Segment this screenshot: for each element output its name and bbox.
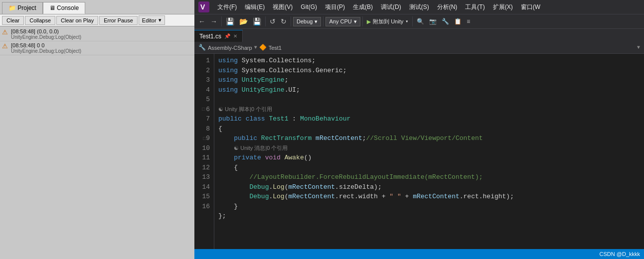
- entry-line1-1: [08:58:48] (0.0, 0.0): [11, 28, 81, 34]
- breadcrumb-arrow: ▼: [254, 45, 257, 50]
- vs-ide: V 文件(F) 编辑(E) 视图(V) Git(G) 项目(P) 生成(B) 调…: [194, 0, 644, 259]
- platform-dropdown[interactable]: Any CPU ▾: [325, 17, 360, 26]
- entry-line2-1: UnityEngine.Debug:Log(Object): [11, 34, 81, 40]
- entry-line2-2: UnityEngine.Debug:Log(Object): [11, 48, 81, 54]
- error-pause-button[interactable]: Error Pause: [99, 16, 138, 25]
- platform-label: Any CPU: [329, 18, 351, 24]
- undo-button[interactable]: ↺: [268, 16, 278, 26]
- menu-edit[interactable]: 编辑(E): [241, 2, 269, 12]
- toolbar-separator-4: [323, 16, 323, 26]
- vs-statusbar: CSDN @D_kkkk: [194, 249, 644, 259]
- test1-cs-tab[interactable]: Test1.cs 📌 ✕: [194, 30, 243, 42]
- clear-button[interactable]: Clear: [2, 16, 24, 25]
- project-tab[interactable]: 📁 Project: [2, 2, 43, 14]
- save-button[interactable]: 💾: [251, 16, 263, 26]
- console-output: ⚠ [08:58:48] (0.0, 0.0) UnityEngine.Debu…: [0, 26, 194, 259]
- menu-project[interactable]: 项目(P): [321, 2, 349, 12]
- assembly-icon: 🔧: [198, 44, 206, 51]
- line-numbers: 1 2 3 4 5 □6 7 8 □9 10 11 12 13 14 15 16: [194, 54, 214, 249]
- editor-dropdown[interactable]: Editor ▾: [139, 15, 165, 25]
- collapse-button[interactable]: Collapse: [25, 16, 55, 25]
- toolbar-separator-1: [221, 16, 222, 26]
- menu-git[interactable]: Git(G): [297, 2, 321, 11]
- vs-logo-icon: V: [198, 1, 209, 12]
- breadcrumb-class[interactable]: Test1: [269, 45, 282, 51]
- tab-close-icon[interactable]: ✕: [233, 33, 237, 39]
- open-file-button[interactable]: 📂: [237, 16, 250, 26]
- menu-test[interactable]: 测试(S): [405, 2, 433, 12]
- menu-view[interactable]: 视图(V): [269, 2, 297, 12]
- entry-text-1: [08:58:48] (0.0, 0.0) UnityEngine.Debug:…: [11, 28, 81, 40]
- left-tab-bar: 📁 Project 🖥 Console: [0, 0, 194, 14]
- statusbar-text: CSDN @D_kkkk: [600, 251, 640, 257]
- warn-icon-2: ⚠: [2, 42, 9, 50]
- play-label: 附加到 Unity: [373, 18, 403, 25]
- vs-menubar: V 文件(F) 编辑(E) 视图(V) Git(G) 项目(P) 生成(B) 调…: [194, 0, 644, 14]
- play-button[interactable]: ▶ 附加到 Unity ▾: [365, 16, 411, 27]
- project-tab-icon: 📁: [8, 4, 16, 11]
- console-toolbar: Clear Collapse Clear on Play Error Pause…: [0, 14, 194, 26]
- play-triangle-icon: ▶: [367, 17, 371, 26]
- breadcrumb-bar: 🔧 Assembly-CSharp ▼ 🔶 Test1 ▼: [194, 42, 644, 54]
- code-editor[interactable]: 1 2 3 4 5 □6 7 8 □9 10 11 12 13 14 15 16…: [194, 54, 644, 249]
- save-all-button[interactable]: 💾: [224, 16, 236, 26]
- entry-text-2: [08:58:48] 0 0 UnityEngine.Debug:Log(Obj…: [11, 42, 81, 54]
- console-entry-2[interactable]: ⚠ [08:58:48] 0 0 UnityEngine.Debug:Log(O…: [0, 41, 194, 55]
- console-tab-label: Console: [57, 4, 79, 11]
- toolbar-misc1-btn[interactable]: 🔧: [440, 17, 451, 26]
- breadcrumb-assembly[interactable]: Assembly-CSharp: [208, 45, 252, 51]
- toolbar-separator-6: [412, 16, 413, 26]
- breadcrumb-class-icon: 🔶: [259, 44, 267, 51]
- toolbar-camera-btn[interactable]: 📷: [427, 17, 439, 26]
- console-tab-icon: 🖥: [49, 4, 55, 11]
- config-label: Debug: [297, 18, 313, 24]
- forward-button[interactable]: →: [208, 16, 219, 26]
- redo-button[interactable]: ↻: [279, 16, 289, 26]
- config-dropdown[interactable]: Debug ▾: [293, 17, 321, 26]
- menu-debug[interactable]: 调试(D): [377, 2, 405, 12]
- menu-analyze[interactable]: 分析(N): [433, 2, 462, 12]
- svg-text:V: V: [200, 3, 205, 11]
- test1-tab-label: Test1.cs: [199, 33, 221, 40]
- warn-icon-1: ⚠: [2, 28, 9, 36]
- play-arrow-icon: ▾: [405, 18, 408, 24]
- project-tab-label: Project: [17, 4, 36, 11]
- tab-bar: Test1.cs 📌 ✕: [194, 29, 644, 42]
- menu-tools[interactable]: 工具(T): [461, 2, 488, 12]
- menu-extensions[interactable]: 扩展(X): [489, 2, 517, 12]
- tab-pin-icon: 📌: [224, 33, 230, 39]
- vs-toolbar: ← → 💾 📂 💾 ↺ ↻ Debug ▾ Any CPU ▾ ▶ 附加到 Un…: [194, 14, 644, 29]
- menu-window[interactable]: 窗口(W: [517, 2, 544, 12]
- config-arrow-icon: ▾: [315, 18, 318, 25]
- toolbar-separator-3: [291, 16, 291, 26]
- entry-line1-2: [08:58:48] 0 0: [11, 42, 81, 48]
- menu-file[interactable]: 文件(F): [213, 2, 241, 12]
- left-panel: 📁 Project 🖥 Console Clear Collapse Clear…: [0, 0, 194, 259]
- code-area[interactable]: using System.Collections; using System.C…: [214, 54, 644, 249]
- back-button[interactable]: ←: [196, 16, 207, 26]
- breadcrumb-end-arrow: ▼: [637, 45, 640, 50]
- menu-build[interactable]: 生成(B): [349, 2, 377, 12]
- clear-on-play-button[interactable]: Clear on Play: [56, 16, 98, 25]
- toolbar-icons-btn[interactable]: 🔍: [415, 17, 426, 26]
- toolbar-misc2-btn[interactable]: 📋: [452, 17, 464, 26]
- toolbar-misc3-btn[interactable]: ≡: [465, 17, 472, 26]
- editor-dropdown-arrow: ▾: [159, 17, 161, 23]
- console-tab[interactable]: 🖥 Console: [43, 2, 85, 14]
- platform-arrow-icon: ▾: [354, 18, 357, 25]
- toolbar-separator-5: [362, 16, 363, 26]
- editor-dropdown-label: Editor: [142, 17, 157, 23]
- toolbar-separator-2: [265, 16, 266, 26]
- console-entry-1[interactable]: ⚠ [08:58:48] (0.0, 0.0) UnityEngine.Debu…: [0, 27, 194, 41]
